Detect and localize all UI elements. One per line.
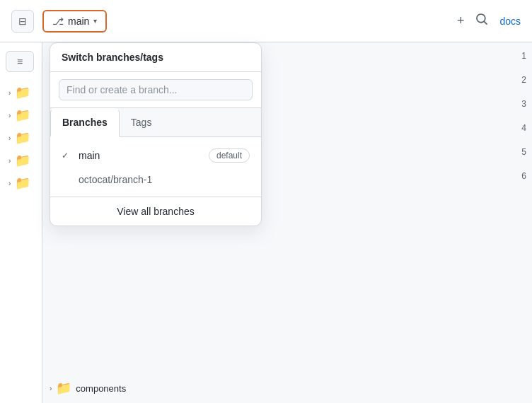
expand-icon: ›: [8, 112, 11, 119]
folder-icon: 📁: [15, 130, 30, 146]
list-item[interactable]: › 📁: [6, 106, 36, 124]
tab-branches[interactable]: Branches: [50, 108, 120, 137]
search-icon: [475, 13, 488, 29]
add-icon: +: [457, 13, 465, 28]
branch-icon: ⎇: [52, 16, 64, 27]
dropdown-search-area: [50, 72, 261, 108]
components-folder-row[interactable]: › 📁 components: [50, 380, 126, 396]
branch-item-name: octocat/branch-1: [79, 174, 250, 185]
line-numbers: 1 2 3 4 5 6: [516, 42, 532, 189]
sidebar-toggle-button[interactable]: ⊟: [11, 10, 34, 33]
list-item[interactable]: › 📁: [6, 174, 36, 192]
branch-selector-button[interactable]: ⎇ main ▾: [42, 10, 107, 33]
dropdown-title: Switch branches/tags: [50, 43, 261, 72]
view-all-branches-button[interactable]: View all branches: [50, 197, 261, 226]
branch-item-main[interactable]: ✓ main default: [50, 143, 261, 168]
folder-icon: 📁: [15, 85, 30, 100]
expand-icon: ›: [50, 385, 52, 392]
docs-link[interactable]: docs: [499, 16, 521, 27]
branch-item-name: main: [79, 150, 203, 161]
check-icon: ✓: [62, 151, 73, 160]
expand-icon: ›: [8, 157, 11, 165]
file-list: › 📁 › 📁 › 📁 › 📁 › 📁: [6, 83, 36, 192]
components-label: components: [76, 383, 126, 394]
branch-name-label: main: [68, 16, 89, 27]
filter-button[interactable]: ≡: [6, 51, 34, 72]
tab-bar: Branches Tags: [50, 108, 261, 137]
default-badge: default: [209, 148, 250, 163]
line-number: 5: [521, 147, 526, 157]
sidebar-toggle-icon: ⊟: [18, 16, 27, 27]
filter-icon: ≡: [17, 56, 23, 67]
chevron-down-icon: ▾: [93, 17, 97, 25]
folder-icon: 📁: [56, 380, 71, 396]
toolbar-actions: + docs: [457, 13, 521, 29]
branch-dropdown-panel: Switch branches/tags Branches Tags ✓ mai…: [50, 42, 262, 226]
list-item[interactable]: › 📁: [6, 83, 36, 102]
list-item[interactable]: › 📁: [6, 129, 36, 147]
line-number: 6: [521, 171, 526, 181]
sidebar: ≡ › 📁 › 📁 › 📁 › 📁 › 📁: [0, 42, 42, 403]
branch-list: ✓ main default octocat/branch-1: [50, 137, 261, 197]
expand-icon: ›: [8, 180, 11, 187]
expand-icon: ›: [8, 89, 11, 97]
folder-icon: 📁: [15, 107, 30, 123]
toolbar: ⊟ ⎇ main ▾ + docs: [0, 0, 532, 42]
search-button[interactable]: [475, 13, 488, 29]
line-number: 3: [521, 99, 526, 109]
line-number: 4: [521, 123, 526, 133]
folder-icon: 📁: [15, 175, 30, 191]
folder-icon: 📁: [15, 153, 30, 168]
tab-tags[interactable]: Tags: [120, 108, 163, 136]
expand-icon: ›: [8, 134, 11, 142]
branch-search-input[interactable]: [59, 79, 253, 100]
list-item[interactable]: › 📁: [6, 151, 36, 170]
branch-item-octocat[interactable]: octocat/branch-1: [50, 168, 261, 191]
line-number: 1: [521, 51, 526, 61]
add-button[interactable]: +: [457, 13, 465, 28]
line-number: 2: [521, 75, 526, 85]
